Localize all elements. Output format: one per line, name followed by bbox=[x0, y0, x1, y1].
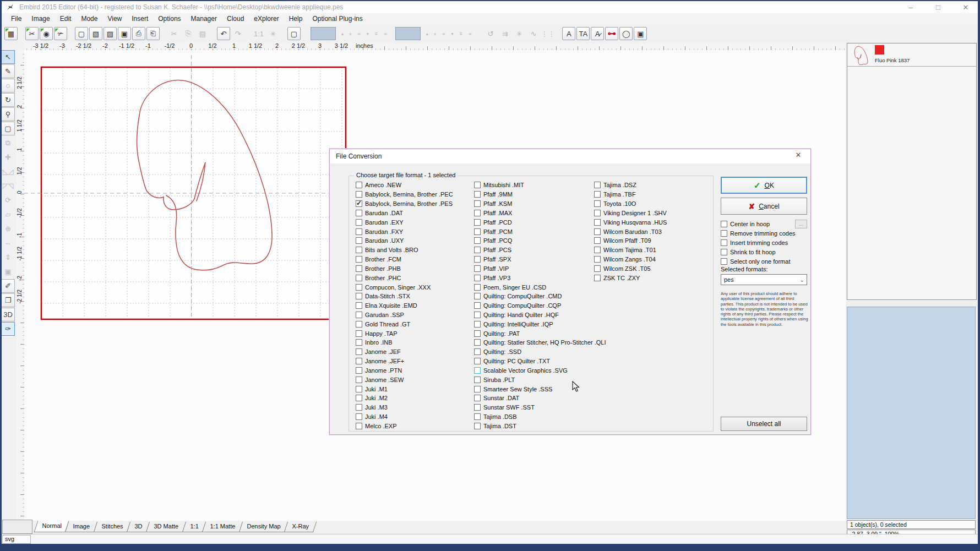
open-manager-icon[interactable]: ▦◤ bbox=[4, 27, 18, 40]
format-checkbox[interactable] bbox=[474, 275, 481, 281]
sew-simulator-tool-icon[interactable]: ✑ bbox=[1, 322, 15, 336]
format-checkbox[interactable] bbox=[356, 413, 362, 420]
save-file-icon[interactable]: ▣ bbox=[118, 27, 131, 40]
format-option[interactable]: Babylock, Bernina, Brother .PEC bbox=[356, 190, 469, 199]
format-option[interactable]: Pfaff .PCQ bbox=[474, 236, 590, 246]
option-checkbox[interactable] bbox=[721, 230, 727, 237]
format-checkbox[interactable] bbox=[356, 247, 362, 253]
format-checkbox[interactable] bbox=[356, 386, 362, 392]
minimize-button[interactable]: – bbox=[904, 3, 917, 12]
ok-button[interactable]: ✓ OK bbox=[721, 177, 807, 194]
dialog-close-icon[interactable]: ✕ bbox=[791, 151, 806, 162]
format-checkbox[interactable] bbox=[594, 191, 601, 198]
format-option[interactable]: Pfaff .SPX bbox=[474, 255, 590, 264]
edit-points-tool-icon[interactable]: ✐ bbox=[1, 279, 15, 293]
format-option[interactable]: Juki .M2 bbox=[356, 394, 469, 403]
format-checkbox[interactable] bbox=[474, 321, 481, 328]
format-checkbox[interactable] bbox=[356, 210, 362, 216]
format-checkbox[interactable] bbox=[594, 228, 601, 235]
view-3d-tool-icon[interactable]: 3D bbox=[1, 308, 15, 321]
format-option[interactable]: Data-Stitch .STX bbox=[356, 292, 469, 301]
format-checkbox[interactable] bbox=[356, 191, 362, 198]
tab-x-ray[interactable]: X-Ray bbox=[284, 522, 317, 532]
format-checkbox[interactable] bbox=[474, 367, 481, 374]
format-checkbox[interactable] bbox=[474, 293, 481, 299]
format-option[interactable]: Tajima .DST bbox=[474, 422, 590, 431]
option-checkbox[interactable] bbox=[721, 221, 727, 227]
format-option[interactable]: Juki .M1 bbox=[356, 384, 469, 394]
format-option[interactable]: Pfaff .MAX bbox=[474, 208, 590, 217]
format-checkbox[interactable] bbox=[474, 404, 481, 411]
format-option[interactable]: Sunstar SWF .SST bbox=[474, 403, 590, 412]
format-checkbox[interactable] bbox=[356, 182, 362, 188]
close-button[interactable]: ✕ bbox=[959, 3, 972, 12]
object-list-item[interactable]: Fluo Pink 1837 bbox=[847, 43, 976, 67]
format-checkbox[interactable] bbox=[356, 200, 362, 207]
unselect-all-button[interactable]: Unselect all bbox=[721, 417, 807, 431]
format-option[interactable]: Toyota .10O bbox=[594, 199, 710, 209]
format-option[interactable]: Barudan .UXY bbox=[356, 236, 469, 246]
tab-1-1-matte[interactable]: 1:1 Matte bbox=[202, 522, 243, 532]
format-checkbox[interactable] bbox=[474, 200, 481, 207]
format-option[interactable]: Viking Designer 1 .SHV bbox=[594, 208, 710, 217]
format-checkbox[interactable] bbox=[474, 219, 481, 226]
format-checkbox[interactable] bbox=[356, 358, 362, 364]
select-tool-icon[interactable]: ↖ bbox=[1, 50, 15, 64]
format-checkbox[interactable] bbox=[594, 275, 601, 281]
format-option[interactable]: ZSK TC .ZXY bbox=[594, 273, 710, 282]
option-checkbox[interactable] bbox=[721, 239, 727, 246]
option-insert-trimming-codes[interactable]: Insert trimming codes bbox=[721, 238, 788, 247]
format-checkbox[interactable] bbox=[474, 265, 481, 272]
hoop-options-button[interactable]: ... bbox=[795, 220, 807, 228]
menu-options[interactable]: Options bbox=[153, 14, 186, 24]
format-checkbox[interactable] bbox=[474, 256, 481, 263]
format-checkbox[interactable] bbox=[474, 237, 481, 244]
format-checkbox[interactable] bbox=[356, 219, 362, 226]
format-option[interactable]: Ameco .NEW bbox=[356, 181, 469, 190]
open-studio-icon[interactable]: ◉◤ bbox=[40, 27, 53, 40]
format-option[interactable]: Tajima .DSZ bbox=[594, 181, 710, 190]
format-option[interactable]: Bits and Volts .BRO bbox=[356, 246, 469, 255]
open-sfumato-icon[interactable]: ✃◤ bbox=[54, 27, 67, 40]
format-checkbox[interactable] bbox=[474, 247, 481, 253]
format-checkbox[interactable] bbox=[356, 321, 362, 328]
new-file-icon[interactable]: ▢ bbox=[75, 27, 88, 40]
format-option[interactable]: Barudan .FXY bbox=[356, 227, 469, 236]
format-checkbox[interactable] bbox=[356, 404, 362, 411]
format-option[interactable]: Pfaff .PCM bbox=[474, 227, 590, 236]
format-option[interactable]: Quilting: IntelliQuilter .IQP bbox=[474, 319, 590, 329]
format-checkbox[interactable] bbox=[356, 312, 362, 318]
open-file-icon[interactable]: ▧ bbox=[89, 27, 102, 40]
format-option[interactable]: Viking Husqvarna .HUS bbox=[594, 217, 710, 227]
format-option[interactable]: Wilcom Tajima .T01 bbox=[594, 246, 710, 255]
format-checkbox[interactable] bbox=[356, 377, 362, 383]
format-option[interactable]: Garudan .SSP bbox=[356, 310, 469, 320]
save-small-icon[interactable]: ▣ bbox=[634, 27, 647, 40]
menu-file[interactable]: File bbox=[6, 14, 26, 24]
format-option[interactable]: Pfaff .9MM bbox=[474, 190, 590, 199]
format-checkbox[interactable] bbox=[474, 312, 481, 318]
lasso-tool-icon[interactable]: ◌ bbox=[1, 79, 15, 92]
menu-help[interactable]: Help bbox=[284, 14, 308, 24]
format-option[interactable]: Quilting: .PAT bbox=[474, 329, 590, 338]
format-option[interactable]: Janome .JEF+ bbox=[356, 357, 469, 366]
format-option[interactable]: Brother .FCM bbox=[356, 255, 469, 264]
format-option[interactable]: Brother .PHC bbox=[356, 273, 469, 282]
font-convert-icon[interactable]: A̷ bbox=[591, 27, 604, 40]
format-option[interactable]: Pfaff .KSM bbox=[474, 199, 590, 209]
print-icon[interactable]: ⎙ bbox=[132, 27, 145, 40]
format-checkbox[interactable] bbox=[474, 423, 481, 429]
format-option[interactable]: Happy .TAP bbox=[356, 329, 469, 338]
option-shrink-to-fit-hoop[interactable]: Shrink to fit hoop bbox=[721, 248, 776, 257]
format-option[interactable]: Wilcom ZSK .T05 bbox=[594, 264, 710, 273]
menu-image[interactable]: Image bbox=[26, 14, 55, 24]
option-center-in-hoop[interactable]: Center in hoop bbox=[721, 220, 770, 228]
separate-window-tool-icon[interactable]: ❐ bbox=[1, 293, 15, 307]
format-option[interactable]: Pfaff .VIP bbox=[474, 264, 590, 273]
format-checkbox[interactable] bbox=[594, 182, 601, 188]
format-checkbox[interactable] bbox=[356, 330, 362, 337]
menu-explorer[interactable]: eXplorer bbox=[249, 14, 284, 24]
hoop-shape-icon[interactable]: ◯ bbox=[619, 27, 633, 40]
format-checkbox[interactable] bbox=[474, 358, 481, 364]
rotate-tool-icon[interactable]: ↻ bbox=[1, 93, 15, 107]
